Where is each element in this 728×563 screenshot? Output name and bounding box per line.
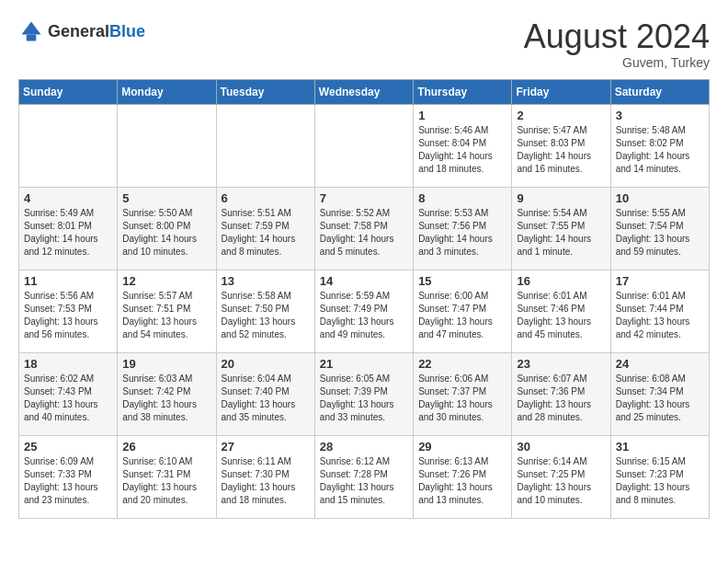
cell-content: Sunrise: 6:06 AM Sunset: 7:37 PM Dayligh… <box>418 373 506 424</box>
calendar-cell: 5Sunrise: 5:50 AM Sunset: 8:00 PM Daylig… <box>118 187 216 270</box>
day-number: 16 <box>517 274 605 288</box>
day-number: 27 <box>222 440 310 454</box>
cell-content: Sunrise: 5:59 AM Sunset: 7:49 PM Dayligh… <box>320 290 408 341</box>
cell-content: Sunrise: 5:50 AM Sunset: 8:00 PM Dayligh… <box>122 207 210 259</box>
calendar-cell: 1Sunrise: 5:46 AM Sunset: 8:04 PM Daylig… <box>414 104 512 187</box>
calendar-cell: 27Sunrise: 6:11 AM Sunset: 7:30 PM Dayli… <box>216 435 314 518</box>
day-number: 3 <box>616 109 704 122</box>
weekday-header-wednesday: Wednesday <box>314 79 413 104</box>
day-number: 20 <box>222 357 310 371</box>
calendar-cell: 16Sunrise: 6:01 AM Sunset: 7:46 PM Dayli… <box>512 270 610 352</box>
day-number: 17 <box>616 274 704 288</box>
calendar-cell: 8Sunrise: 5:53 AM Sunset: 7:56 PM Daylig… <box>414 187 512 270</box>
cell-content: Sunrise: 5:51 AM Sunset: 7:59 PM Dayligh… <box>222 207 310 259</box>
calendar-week-2: 4Sunrise: 5:49 AM Sunset: 8:01 PM Daylig… <box>19 187 710 270</box>
cell-content: Sunrise: 6:07 AM Sunset: 7:36 PM Dayligh… <box>517 373 605 424</box>
calendar-cell <box>118 104 216 187</box>
page-subtitle: Guvem, Turkey <box>524 55 710 70</box>
calendar-week-1: 1Sunrise: 5:46 AM Sunset: 8:04 PM Daylig… <box>19 104 710 187</box>
cell-content: Sunrise: 6:10 AM Sunset: 7:31 PM Dayligh… <box>122 455 210 507</box>
calendar-cell <box>314 104 413 187</box>
calendar-cell: 7Sunrise: 5:52 AM Sunset: 7:58 PM Daylig… <box>314 187 413 270</box>
day-number: 1 <box>418 109 506 122</box>
cell-content: Sunrise: 6:08 AM Sunset: 7:34 PM Dayligh… <box>616 373 704 424</box>
cell-content: Sunrise: 6:05 AM Sunset: 7:39 PM Dayligh… <box>320 373 408 424</box>
calendar-cell: 22Sunrise: 6:06 AM Sunset: 7:37 PM Dayli… <box>414 352 512 435</box>
calendar-cell: 28Sunrise: 6:12 AM Sunset: 7:28 PM Dayli… <box>314 435 413 518</box>
logo-general-text: General <box>48 22 109 40</box>
day-number: 10 <box>616 191 704 205</box>
day-number: 13 <box>222 274 310 288</box>
calendar-body: 1Sunrise: 5:46 AM Sunset: 8:04 PM Daylig… <box>19 104 710 518</box>
calendar-cell: 30Sunrise: 6:14 AM Sunset: 7:25 PM Dayli… <box>512 435 610 518</box>
day-number: 4 <box>24 191 112 205</box>
calendar-week-3: 11Sunrise: 5:56 AM Sunset: 7:53 PM Dayli… <box>19 270 710 352</box>
title-block: August 2024 Guvem, Turkey <box>524 18 710 70</box>
calendar-cell: 15Sunrise: 6:00 AM Sunset: 7:47 PM Dayli… <box>414 270 512 352</box>
calendar-cell: 3Sunrise: 5:48 AM Sunset: 8:02 PM Daylig… <box>610 104 709 187</box>
calendar-cell: 4Sunrise: 5:49 AM Sunset: 8:01 PM Daylig… <box>19 187 118 270</box>
cell-content: Sunrise: 5:54 AM Sunset: 7:55 PM Dayligh… <box>517 207 605 259</box>
day-number: 21 <box>320 357 408 371</box>
logo: GeneralBlue <box>18 18 145 44</box>
cell-content: Sunrise: 5:52 AM Sunset: 7:58 PM Dayligh… <box>320 207 408 259</box>
calendar-cell <box>216 104 314 187</box>
cell-content: Sunrise: 6:11 AM Sunset: 7:30 PM Dayligh… <box>222 455 310 507</box>
day-number: 18 <box>24 357 112 371</box>
day-number: 26 <box>122 440 210 454</box>
calendar-cell: 29Sunrise: 6:13 AM Sunset: 7:26 PM Dayli… <box>414 435 512 518</box>
cell-content: Sunrise: 6:01 AM Sunset: 7:44 PM Dayligh… <box>616 290 704 341</box>
svg-marker-1 <box>22 22 41 35</box>
calendar-cell: 6Sunrise: 5:51 AM Sunset: 7:59 PM Daylig… <box>216 187 314 270</box>
calendar-table: SundayMondayTuesdayWednesdayThursdayFrid… <box>18 79 710 519</box>
cell-content: Sunrise: 6:12 AM Sunset: 7:28 PM Dayligh… <box>320 455 408 507</box>
cell-content: Sunrise: 5:48 AM Sunset: 8:02 PM Dayligh… <box>616 124 704 176</box>
calendar-cell <box>19 104 118 187</box>
calendar-cell: 23Sunrise: 6:07 AM Sunset: 7:36 PM Dayli… <box>512 352 610 435</box>
day-number: 15 <box>418 274 506 288</box>
day-number: 23 <box>517 357 605 371</box>
cell-content: Sunrise: 6:09 AM Sunset: 7:33 PM Dayligh… <box>24 455 112 507</box>
calendar-week-4: 18Sunrise: 6:02 AM Sunset: 7:43 PM Dayli… <box>19 352 710 435</box>
day-number: 14 <box>320 274 408 288</box>
day-number: 6 <box>222 191 310 205</box>
svg-rect-2 <box>27 35 37 41</box>
calendar-cell: 10Sunrise: 5:55 AM Sunset: 7:54 PM Dayli… <box>610 187 709 270</box>
calendar-cell: 17Sunrise: 6:01 AM Sunset: 7:44 PM Dayli… <box>610 270 709 352</box>
calendar-cell: 11Sunrise: 5:56 AM Sunset: 7:53 PM Dayli… <box>19 270 118 352</box>
weekday-header-friday: Friday <box>512 79 610 104</box>
day-number: 7 <box>320 191 408 205</box>
cell-content: Sunrise: 5:55 AM Sunset: 7:54 PM Dayligh… <box>616 207 704 259</box>
logo-blue-text: Blue <box>109 22 145 40</box>
calendar-cell: 18Sunrise: 6:02 AM Sunset: 7:43 PM Dayli… <box>19 352 118 435</box>
cell-content: Sunrise: 5:53 AM Sunset: 7:56 PM Dayligh… <box>418 207 506 259</box>
cell-content: Sunrise: 6:02 AM Sunset: 7:43 PM Dayligh… <box>24 373 112 424</box>
day-number: 11 <box>24 274 112 288</box>
day-number: 8 <box>418 191 506 205</box>
day-number: 25 <box>24 440 112 454</box>
weekday-header-tuesday: Tuesday <box>216 79 314 104</box>
calendar-cell: 20Sunrise: 6:04 AM Sunset: 7:40 PM Dayli… <box>216 352 314 435</box>
cell-content: Sunrise: 6:00 AM Sunset: 7:47 PM Dayligh… <box>418 290 506 341</box>
cell-content: Sunrise: 5:47 AM Sunset: 8:03 PM Dayligh… <box>517 124 605 176</box>
weekday-row: SundayMondayTuesdayWednesdayThursdayFrid… <box>19 79 710 104</box>
cell-content: Sunrise: 5:58 AM Sunset: 7:50 PM Dayligh… <box>222 290 310 341</box>
calendar-cell: 13Sunrise: 5:58 AM Sunset: 7:50 PM Dayli… <box>216 270 314 352</box>
day-number: 29 <box>418 440 506 454</box>
day-number: 2 <box>517 109 605 122</box>
page-title: August 2024 <box>524 18 710 55</box>
calendar-cell: 25Sunrise: 6:09 AM Sunset: 7:33 PM Dayli… <box>19 435 118 518</box>
logo-icon <box>18 18 44 44</box>
day-number: 19 <box>122 357 210 371</box>
day-number: 12 <box>122 274 210 288</box>
calendar-cell: 24Sunrise: 6:08 AM Sunset: 7:34 PM Dayli… <box>610 352 709 435</box>
weekday-header-saturday: Saturday <box>610 79 709 104</box>
cell-content: Sunrise: 6:14 AM Sunset: 7:25 PM Dayligh… <box>517 455 605 507</box>
calendar-cell: 14Sunrise: 5:59 AM Sunset: 7:49 PM Dayli… <box>314 270 413 352</box>
weekday-header-thursday: Thursday <box>414 79 512 104</box>
cell-content: Sunrise: 6:04 AM Sunset: 7:40 PM Dayligh… <box>222 373 310 424</box>
calendar-week-5: 25Sunrise: 6:09 AM Sunset: 7:33 PM Dayli… <box>19 435 710 518</box>
cell-content: Sunrise: 6:01 AM Sunset: 7:46 PM Dayligh… <box>517 290 605 341</box>
cell-content: Sunrise: 5:56 AM Sunset: 7:53 PM Dayligh… <box>24 290 112 341</box>
day-number: 9 <box>517 191 605 205</box>
